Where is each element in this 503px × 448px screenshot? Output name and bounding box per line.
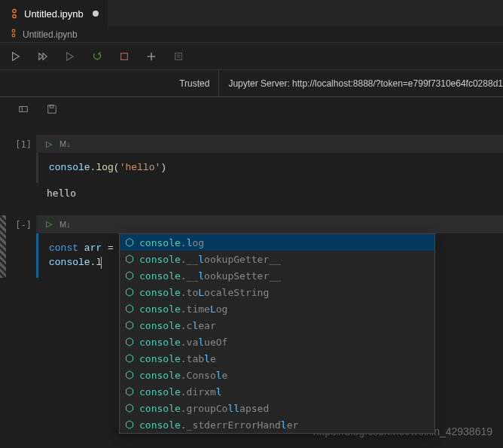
code-editor[interactable]: console.log('hello') (36, 153, 503, 183)
status-bar: Trusted Jupyter Server: http://localhost… (0, 70, 503, 97)
svg-rect-16 (50, 105, 53, 108)
restart-button[interactable] (90, 50, 104, 63)
svg-marker-20 (127, 288, 133, 297)
autocomplete-item[interactable]: console.groupCollapsed (120, 400, 434, 416)
server-url[interactable]: Jupyter Server: http://localhost:8888/?t… (228, 78, 503, 89)
autocomplete-label: console.clear (139, 320, 216, 331)
run-cell-icon[interactable]: ▷ (46, 219, 52, 229)
notebook-toolbar (0, 43, 503, 70)
svg-marker-17 (127, 239, 133, 247)
autocomplete-item[interactable]: console.timeLog (120, 300, 434, 317)
breadcrumb-file[interactable]: Untitled.ipynb (23, 29, 78, 40)
tab-untitled[interactable]: Untitled.ipynb (0, 0, 108, 26)
autocomplete-item[interactable]: console.__lookupGetter__ (120, 251, 434, 267)
save-button[interactable] (45, 102, 59, 116)
method-icon (124, 354, 135, 363)
add-cell-button[interactable] (145, 50, 158, 63)
autocomplete-label: console.timeLog (139, 303, 227, 315)
tab-title: Untitled.ipynb (24, 8, 84, 20)
svg-marker-21 (127, 305, 133, 313)
run-above-button[interactable] (63, 50, 77, 63)
autocomplete-item[interactable]: console.Console (120, 367, 434, 383)
svg-point-3 (12, 34, 15, 37)
svg-marker-18 (127, 255, 133, 264)
method-icon (124, 420, 135, 429)
svg-point-0 (13, 9, 16, 12)
autocomplete-label: console.table (139, 353, 216, 364)
autocomplete-item[interactable]: console.clear (120, 317, 434, 334)
cell-toolbar: ▷ M↓ (36, 135, 503, 153)
cell-toolbar: ▷ M↓ (36, 215, 503, 233)
autocomplete-label: console.valueOf (139, 337, 227, 348)
svg-marker-24 (127, 355, 133, 363)
autocomplete-label: console.log (139, 237, 204, 248)
run-cell-icon[interactable]: ▷ (46, 139, 52, 149)
divider (218, 70, 219, 97)
autocomplete-label: console.__lookupSetter__ (139, 270, 281, 282)
method-icon (124, 271, 135, 280)
autocomplete-label: console._stderrErrorHandler (139, 419, 298, 431)
cell-execution-label: [1] (6, 135, 36, 203)
cell-margin (0, 135, 6, 203)
cell-margin-active (0, 215, 6, 278)
svg-marker-5 (39, 53, 43, 59)
autocomplete-popup[interactable]: console.logconsole.__lookupGetter__conso… (119, 233, 435, 434)
method-icon (124, 337, 135, 346)
method-icon (124, 288, 135, 297)
svg-rect-14 (20, 107, 28, 112)
modified-indicator-icon (93, 11, 99, 17)
autocomplete-label: console.__lookupGetter__ (139, 254, 281, 265)
sub-toolbar (0, 97, 503, 121)
clear-output-button[interactable] (172, 50, 185, 63)
svg-marker-4 (13, 52, 20, 60)
autocomplete-item[interactable]: console.toLocaleString (120, 284, 434, 300)
cell-output: hello (36, 183, 503, 203)
svg-rect-11 (175, 53, 182, 59)
svg-marker-26 (127, 388, 133, 396)
run-all-button[interactable] (36, 50, 50, 63)
method-icon (124, 321, 135, 330)
autocomplete-item[interactable]: console.__lookupSetter__ (120, 267, 434, 284)
variables-button[interactable] (17, 102, 30, 116)
code-cell[interactable]: [1] ▷ M↓ console.log('hello') hello (0, 135, 503, 203)
tab-bar: Untitled.ipynb (0, 0, 503, 26)
autocomplete-item[interactable]: console._stderrErrorHandler (120, 416, 434, 433)
cursor-icon (101, 257, 102, 269)
interrupt-button[interactable] (117, 50, 131, 63)
breadcrumb: Untitled.ipynb (0, 26, 503, 43)
svg-marker-23 (127, 338, 133, 346)
method-icon (124, 254, 135, 264)
autocomplete-item[interactable]: console.table (120, 350, 434, 367)
method-icon (124, 238, 135, 247)
svg-marker-7 (67, 52, 74, 60)
run-cell-button[interactable] (9, 50, 23, 63)
svg-marker-25 (127, 371, 133, 379)
autocomplete-item[interactable]: console.log (120, 234, 434, 251)
method-icon (124, 404, 135, 413)
svg-marker-27 (127, 404, 133, 413)
cell-type-label[interactable]: M↓ (59, 139, 71, 148)
method-icon (124, 304, 135, 313)
svg-marker-19 (127, 272, 133, 280)
autocomplete-item[interactable]: console.valueOf (120, 334, 434, 350)
svg-marker-22 (127, 322, 133, 330)
autocomplete-label: console.toLocaleString (139, 287, 269, 298)
svg-point-1 (13, 14, 16, 17)
autocomplete-item[interactable]: console.dirxml (120, 383, 434, 400)
jupyter-icon (9, 8, 20, 19)
autocomplete-label: console.Console (139, 370, 227, 381)
autocomplete-label: console.dirxml (139, 386, 222, 398)
autocomplete-label: console.groupCollapsed (139, 403, 269, 414)
cell-execution-label: [-] (6, 215, 36, 278)
jupyter-icon (9, 29, 18, 40)
method-icon (124, 387, 135, 396)
method-icon (124, 370, 135, 379)
trusted-label[interactable]: Trusted (179, 78, 209, 89)
svg-rect-8 (121, 53, 128, 59)
svg-point-2 (12, 29, 15, 32)
svg-marker-28 (127, 421, 133, 429)
cell-type-label[interactable]: M↓ (59, 220, 71, 229)
